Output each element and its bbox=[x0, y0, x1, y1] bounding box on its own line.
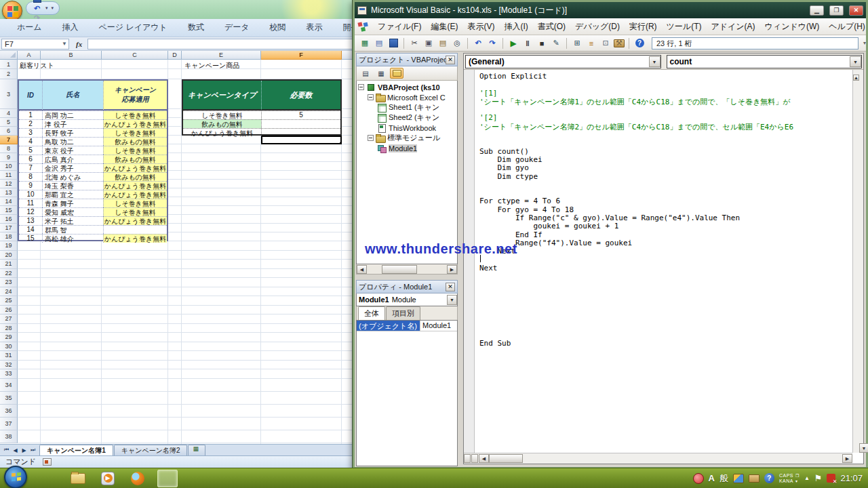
cell-campaign[interactable]: しそ巻き無料 bbox=[103, 110, 167, 119]
run-icon[interactable] bbox=[507, 37, 519, 49]
scroll-down-icon[interactable]: ▼ bbox=[859, 443, 868, 453]
code-line[interactable]: If Range("c" & gyo).Value = Range("e4").… bbox=[479, 214, 852, 222]
code-line[interactable] bbox=[479, 180, 852, 188]
minimize-icon[interactable]: ▁ bbox=[810, 5, 824, 16]
code-line[interactable]: For gyo = 4 To 18 bbox=[479, 205, 852, 214]
ime-conversion-mode[interactable]: 般 bbox=[719, 472, 728, 485]
menu-item[interactable]: ファイル(F) bbox=[373, 19, 426, 35]
row-header[interactable]: 16 bbox=[0, 215, 18, 224]
redo-icon[interactable] bbox=[486, 37, 498, 49]
procedure-dropdown-icon[interactable]: ▼ bbox=[850, 56, 861, 67]
design-mode-icon[interactable] bbox=[550, 37, 562, 49]
cell-campaign[interactable] bbox=[103, 225, 167, 234]
column-header[interactable] bbox=[342, 51, 353, 60]
ribbon-tab[interactable]: 表示 bbox=[297, 19, 331, 37]
select-all-corner[interactable] bbox=[0, 51, 18, 60]
row-header[interactable]: 8 bbox=[0, 144, 18, 153]
menu-item[interactable]: 編集(E) bbox=[426, 19, 462, 35]
prev-sheet-icon[interactable]: ◀ bbox=[12, 447, 19, 453]
row-header[interactable]: 36 bbox=[0, 405, 18, 418]
row-header[interactable]: 32 bbox=[0, 361, 18, 370]
last-sheet-icon[interactable]: ⏭ bbox=[29, 447, 37, 453]
ribbon-tab[interactable]: データ bbox=[216, 19, 258, 37]
tree-item[interactable]: Module1 bbox=[357, 143, 457, 153]
cell-name[interactable]: 米子 拓土 bbox=[42, 216, 103, 225]
toolbox-icon[interactable] bbox=[614, 39, 625, 47]
cell-campaign[interactable]: かんぴょう巻き無料 bbox=[103, 234, 167, 243]
header-name[interactable]: 氏名 bbox=[42, 81, 103, 110]
cell-id[interactable]: 15 bbox=[19, 234, 42, 243]
cell-campaign-type[interactable]: かんぴょう巻き無料 bbox=[183, 128, 261, 137]
tree-item[interactable]: 標準モジュール bbox=[357, 133, 457, 143]
tree-item[interactable]: VBAProject (ks10 bbox=[357, 82, 457, 92]
cell-id[interactable]: 7 bbox=[19, 163, 42, 172]
object-browser-icon[interactable] bbox=[599, 37, 612, 49]
cell-campaign[interactable]: 飲みもの無料 bbox=[103, 137, 167, 146]
project-hscrollbar[interactable]: ◀ ▶ bbox=[356, 264, 458, 274]
ribbon-tab[interactable]: ホーム bbox=[8, 19, 51, 37]
row-header[interactable]: 17 bbox=[0, 224, 18, 232]
code-hscrollbar[interactable]: ◀ ▶ bbox=[464, 453, 852, 464]
scroll-left-icon[interactable]: ◀ bbox=[357, 265, 367, 274]
worksheet-grid[interactable]: ABCDEF1234567891011121314151617181920212… bbox=[0, 51, 355, 444]
object-dropdown-icon[interactable]: ▼ bbox=[649, 56, 660, 67]
menu-item[interactable]: ヘルプ(H) bbox=[824, 19, 868, 35]
taskbar-app[interactable] bbox=[98, 470, 118, 487]
row-header[interactable]: 31 bbox=[0, 351, 18, 361]
qat-customize-icon[interactable]: ▾ bbox=[52, 5, 54, 11]
cell-campaign[interactable]: しそ巻き無料 bbox=[103, 207, 167, 216]
code-line[interactable] bbox=[479, 138, 852, 146]
scroll-right-icon[interactable]: ▶ bbox=[447, 265, 457, 274]
cell-campaign[interactable]: かんぴょう巻き無料 bbox=[103, 119, 167, 128]
formula-input[interactable] bbox=[87, 39, 354, 49]
break-icon[interactable] bbox=[521, 37, 534, 49]
code-line[interactable] bbox=[479, 297, 852, 305]
ribbon-tab[interactable]: ページ レイアウト bbox=[90, 19, 176, 37]
module-view-icon[interactable] bbox=[471, 454, 478, 463]
row-header[interactable]: 1 bbox=[0, 60, 18, 69]
cell-name[interactable]: 高松 雄介 bbox=[42, 234, 103, 243]
header-campaign[interactable]: キャンペーン 応募適用 bbox=[103, 81, 167, 110]
help-icon[interactable] bbox=[633, 37, 646, 49]
row-header[interactable]: 28 bbox=[0, 324, 18, 333]
row-header[interactable]: 15 bbox=[0, 206, 18, 215]
cell-campaign[interactable]: かんぴょう巻き無料 bbox=[103, 190, 167, 199]
cell-id[interactable]: 1 bbox=[19, 110, 42, 119]
collapse-icon[interactable] bbox=[368, 94, 374, 100]
toggle-folders-icon[interactable] bbox=[390, 68, 403, 79]
tree-item[interactable]: ThisWorkbook bbox=[357, 123, 457, 133]
menu-item[interactable]: 表示(V) bbox=[462, 19, 499, 35]
properties-tab[interactable]: 項目別 bbox=[386, 306, 420, 320]
row-header[interactable]: 6 bbox=[0, 127, 18, 136]
row-header[interactable]: 34 bbox=[0, 379, 18, 392]
menu-item[interactable]: ウィンドウ(W) bbox=[760, 19, 825, 35]
name-box-dropdown-icon[interactable]: ▼ bbox=[62, 41, 67, 47]
row-header[interactable]: 29 bbox=[0, 333, 18, 342]
insert-object-icon[interactable] bbox=[373, 37, 385, 49]
code-line[interactable]: For ctype = 4 To 6 bbox=[479, 197, 852, 205]
cell-id[interactable]: 2 bbox=[19, 119, 42, 128]
find-icon[interactable] bbox=[451, 37, 463, 49]
properties-close-icon[interactable]: ✕ bbox=[446, 283, 455, 291]
sheet-tab[interactable]: キャンペーン名簿1 bbox=[39, 445, 113, 455]
cell-name[interactable]: 愛知 威宏 bbox=[42, 207, 103, 216]
row-header[interactable]: 9 bbox=[0, 153, 18, 162]
undo-dropdown-icon[interactable]: ▾ bbox=[45, 5, 48, 11]
ime-pad-icon[interactable] bbox=[733, 474, 744, 483]
row-header[interactable]: 38 bbox=[0, 430, 18, 443]
row-header[interactable]: 7 bbox=[0, 136, 18, 144]
menu-item[interactable]: ツール(T) bbox=[662, 19, 707, 35]
code-line[interactable]: 'シート「キャンペーン名簿1」のセル範囲「C4からC18」までの間で、「しそ巻き… bbox=[479, 97, 852, 105]
column-header[interactable]: D bbox=[168, 51, 182, 60]
active-cell[interactable] bbox=[261, 136, 342, 144]
kana-dropdown-icon[interactable]: ▾ bbox=[795, 479, 798, 484]
cell-name[interactable]: 金沢 秀子 bbox=[42, 163, 103, 172]
next-sheet-icon[interactable]: ▶ bbox=[20, 447, 28, 453]
cell-id[interactable]: 6 bbox=[19, 155, 42, 163]
row-header[interactable]: 13 bbox=[0, 188, 18, 197]
column-header[interactable]: C bbox=[102, 51, 168, 60]
code-line[interactable] bbox=[479, 105, 852, 113]
name-box[interactable]: F7▼ bbox=[1, 39, 69, 49]
cell-id[interactable]: 11 bbox=[19, 199, 42, 207]
cell-name[interactable]: 鳥取 功二 bbox=[42, 137, 103, 146]
